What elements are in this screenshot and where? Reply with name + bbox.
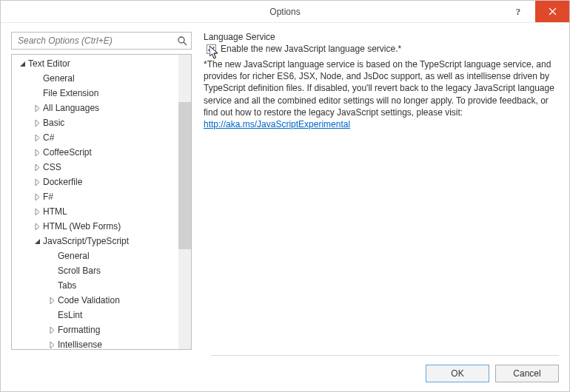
tree-item-label: CSS <box>43 160 61 175</box>
separator <box>211 355 559 356</box>
help-button[interactable]: ? <box>501 1 535 22</box>
window-title: Options <box>269 7 300 17</box>
tree-item-label: Tabs <box>58 278 76 293</box>
feedback-link[interactable]: http://aka.ms/JavaScriptExperimental <box>204 119 350 129</box>
svg-marker-13 <box>36 209 39 215</box>
settings-panel: Language Service Enable the new JavaScri… <box>192 32 559 350</box>
tree-item[interactable]: Text Editor <box>12 56 178 71</box>
svg-marker-17 <box>50 327 54 334</box>
tree-item[interactable]: JavaScript/TypeScript <box>12 234 178 249</box>
description-text: *The new JavaScript language service is … <box>204 58 559 130</box>
tree-item-label: JavaScript/TypeScript <box>43 234 129 249</box>
tree-item-label: Intellisense <box>58 337 102 349</box>
tree-item[interactable]: Basic <box>12 115 178 130</box>
dialog-buttons: OK Cancel <box>426 365 559 382</box>
tree-item-label: HTML (Web Forms) <box>43 219 121 234</box>
close-button[interactable] <box>535 1 569 22</box>
ok-button[interactable]: OK <box>426 365 489 382</box>
search-box[interactable] <box>11 32 192 50</box>
expand-icon[interactable] <box>33 219 41 234</box>
tree-item[interactable]: Tabs <box>12 278 178 293</box>
svg-marker-12 <box>36 194 39 200</box>
expand-icon[interactable] <box>33 204 41 219</box>
tree-item[interactable]: All Languages <box>12 101 178 115</box>
cancel-button[interactable]: Cancel <box>495 365 559 382</box>
tree-item[interactable]: HTML (Web Forms) <box>12 219 178 234</box>
svg-marker-6 <box>36 105 39 112</box>
svg-point-3 <box>178 37 184 43</box>
expand-icon[interactable] <box>47 337 56 349</box>
search-input[interactable] <box>16 35 176 47</box>
tree-item-label: File Extension <box>43 86 98 101</box>
tree-item[interactable]: Dockerfile <box>12 175 178 189</box>
tree-item-label: Basic <box>43 115 64 130</box>
tree-item-label: Code Validation <box>58 293 120 308</box>
tree-item-label: CoffeeScript <box>43 145 92 160</box>
collapse-icon[interactable] <box>33 234 41 249</box>
svg-marker-7 <box>36 120 39 126</box>
tree-item[interactable]: Intellisense <box>12 337 178 349</box>
svg-marker-10 <box>36 164 39 171</box>
tree-item[interactable]: General <box>12 71 178 86</box>
tree-item[interactable]: Code Validation <box>12 293 178 308</box>
svg-line-4 <box>184 42 187 45</box>
svg-text:?: ? <box>516 7 521 17</box>
svg-marker-16 <box>50 297 54 304</box>
svg-marker-18 <box>50 342 54 348</box>
titlebar-buttons: ? <box>501 1 569 22</box>
expand-icon[interactable] <box>33 101 41 115</box>
search-icon <box>176 35 188 47</box>
tree-item[interactable]: General <box>12 249 178 263</box>
svg-marker-15 <box>35 239 40 244</box>
tree-item[interactable]: Formatting <box>12 322 178 337</box>
options-dialog: Options ? Text EditorGeneralFile Extensi… <box>0 0 570 392</box>
tree-item[interactable]: File Extension <box>12 86 178 101</box>
tree-item-label: Text Editor <box>28 56 70 71</box>
tree-item-label: Scroll Bars <box>58 263 101 278</box>
checkbox-label: Enable the new JavaScript language servi… <box>221 44 401 54</box>
tree-item[interactable]: HTML <box>12 204 178 219</box>
expand-icon[interactable] <box>33 115 41 130</box>
collapse-icon[interactable] <box>18 56 27 71</box>
scrollbar-thumb[interactable] <box>178 102 191 249</box>
tree-item-label: All Languages <box>43 101 99 115</box>
tree-item-label: F# <box>43 189 53 204</box>
tree-item-label: EsLint <box>58 308 82 322</box>
expand-icon[interactable] <box>33 160 41 175</box>
expand-icon[interactable] <box>47 293 56 308</box>
enable-new-js-checkbox[interactable] <box>207 44 216 54</box>
tree-item-label: General <box>43 71 75 86</box>
tree-item-label: General <box>58 249 90 263</box>
options-tree: Text EditorGeneralFile ExtensionAll Lang… <box>11 54 192 350</box>
expand-icon[interactable] <box>33 130 41 145</box>
content-area: Text EditorGeneralFile ExtensionAll Lang… <box>1 23 569 391</box>
tree-item[interactable]: EsLint <box>12 308 178 322</box>
svg-marker-14 <box>36 223 39 230</box>
tree-item[interactable]: C# <box>12 130 178 145</box>
tree-item[interactable]: CoffeeScript <box>12 145 178 160</box>
titlebar: Options ? <box>1 1 569 23</box>
expand-icon[interactable] <box>33 145 41 160</box>
tree-item[interactable]: Scroll Bars <box>12 263 178 278</box>
expand-icon[interactable] <box>33 189 41 204</box>
tree-item-label: Formatting <box>58 322 100 337</box>
svg-marker-8 <box>36 135 39 141</box>
svg-marker-11 <box>36 179 39 186</box>
group-language-service: Language Service Enable the new JavaScri… <box>204 32 559 130</box>
tree-item-label: Dockerfile <box>43 175 82 189</box>
tree-item[interactable]: F# <box>12 189 178 204</box>
tree-scrollbar[interactable] <box>178 55 191 349</box>
tree-item-label: C# <box>43 130 54 145</box>
tree-item-label: HTML <box>43 204 67 219</box>
left-column: Text EditorGeneralFile ExtensionAll Lang… <box>11 32 192 350</box>
svg-marker-5 <box>20 61 25 67</box>
expand-icon[interactable] <box>47 322 56 337</box>
expand-icon[interactable] <box>33 175 41 189</box>
svg-marker-9 <box>36 149 39 156</box>
tree-item[interactable]: CSS <box>12 160 178 175</box>
group-title: Language Service <box>204 32 559 42</box>
